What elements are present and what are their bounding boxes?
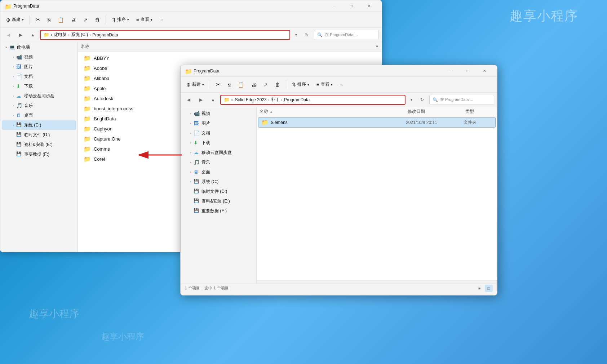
w1-col-header[interactable]: 名称 ▲ [78, 42, 382, 52]
title-bar-1: 📁 ProgramData ─ □ ✕ [0, 0, 382, 12]
close-btn-2[interactable]: ✕ [476, 65, 493, 77]
tree2-c[interactable]: › 💾 系统 (C:) [182, 177, 254, 186]
maximize-btn-1[interactable]: □ [344, 0, 360, 12]
view-btn-btn-2[interactable]: ≡ 查看 ▾ [314, 80, 336, 89]
address-bar-1: ◀ ▶ ▲ 📁 › 此电脑 › 系统 (C:) › ProgramData ▾ … [0, 28, 382, 42]
folder-abbyy[interactable]: 📁 ABBYY [78, 53, 382, 63]
tree2-desktop[interactable]: › 🖥 桌面 [182, 167, 254, 177]
tree-item-docs[interactable]: › 📄 文档 [2, 72, 76, 81]
back-btn-2[interactable]: ◀ [183, 95, 194, 105]
w1-sidebar: ▾ 💻 此电脑 › 📹 视频 › 🖼 图片 › 📄 文档 › ⬇ [0, 42, 78, 252]
tree-item-downloads[interactable]: › ⬇ 下载 [2, 81, 76, 91]
tree-item-desktop[interactable]: › 🖥 桌面 [2, 111, 76, 120]
minimize-btn-2[interactable]: ─ [442, 65, 458, 77]
tree-item-f[interactable]: 💾 重要数据 (F:) [2, 150, 76, 159]
detail-view-btn[interactable]: □ [485, 285, 493, 292]
sort-btn-2[interactable]: ⇅ 排序 ▾ [289, 80, 312, 89]
window2-title: ProgramData [194, 68, 442, 74]
tree2-music[interactable]: › 🎵 音乐 [182, 157, 254, 167]
watermark-bottom-center: 趣享小程序 [101, 331, 144, 342]
w2-file-list: 📁 Siemens 2021/10/9 20:11 文件夹 [257, 116, 497, 280]
col-type-2-header: 类型 [465, 108, 494, 115]
folder-icon-adobe: 📁 [84, 65, 91, 72]
paste-btn-1[interactable]: 📋 [55, 15, 67, 24]
col-date-2-header: 修改日期 [408, 108, 465, 115]
more-btn-1[interactable]: ··· [157, 16, 166, 24]
minimize-btn-1[interactable]: ─ [326, 0, 343, 12]
tree-item-pictures[interactable]: › 🖼 图片 [2, 62, 76, 71]
tree2-e[interactable]: 💾 资料&安装 (E:) [182, 196, 254, 206]
share-btn-1[interactable]: ↗ [80, 15, 90, 24]
folder-icon-siemens: 📁 [261, 119, 269, 126]
cut-btn-1[interactable]: ✂ [33, 15, 43, 25]
view-btn-1[interactable]: ≡ 查看 ▾ [133, 15, 155, 24]
new-btn-1[interactable]: ⊕ 新建 ▾ [3, 15, 27, 24]
window1-title: ProgramData [13, 4, 326, 9]
delete-btn-1[interactable]: 🗑 [92, 15, 103, 24]
back-btn-1[interactable]: ◀ [3, 30, 13, 40]
search-box-2[interactable]: 🔍 在 ProgramData ... [429, 95, 494, 105]
tree-item-music[interactable]: › 🎵 音乐 [2, 101, 76, 110]
cut-btn-2[interactable]: ✂ [213, 80, 223, 89]
rename-btn-1[interactable]: 🖨 [68, 15, 79, 24]
status-items-2: 1 个项目 [185, 286, 200, 290]
search-box-1[interactable]: 🔍 在 ProgramData ... [314, 30, 379, 40]
folder-icon-boost: 📁 [84, 105, 91, 112]
tree2-video[interactable]: › 📹 视频 [182, 109, 254, 118]
sort-btn-1[interactable]: ⇅ 排序 ▾ [109, 15, 132, 24]
breadcrumb-1[interactable]: 📁 › 此电脑 › 系统 (C:) › ProgramData [40, 30, 290, 40]
tree2-downloads[interactable]: › ⬇ 下载 [182, 138, 254, 147]
w2-col-header[interactable]: 名称 ▲ 修改日期 类型 [257, 107, 497, 116]
watermark-top: 趣享小程序 [510, 7, 578, 25]
scrollbar-bottom-2[interactable] [257, 280, 497, 284]
forward-btn-1[interactable]: ▶ [15, 30, 26, 40]
divider-1 [30, 15, 30, 24]
more-btn-2[interactable]: ··· [337, 81, 346, 89]
tree2-f[interactable]: 💾 重要数据 (F:) [182, 206, 254, 216]
col-name-header: 名称 [81, 44, 375, 50]
tree2-cloud[interactable]: › ☁ 移动云盘同步盘 [182, 148, 254, 157]
delete-btn-2[interactable]: 🗑 [272, 80, 283, 89]
file-siemens[interactable]: 📁 Siemens 2021/10/9 20:11 文件夹 [258, 117, 496, 128]
divider-2 [106, 15, 106, 24]
tree-item-video[interactable]: › 📹 视频 [2, 52, 76, 62]
tree2-pictures[interactable]: › 🖼 图片 [182, 119, 254, 128]
up-btn-2[interactable]: ▲ [208, 95, 218, 105]
maximize-btn-2[interactable]: □ [459, 65, 475, 77]
window2: 📁 ProgramData ─ □ ✕ ⊕ 新建 ▾ ✂ ⎘ 📋 🖨 ↗ 🗑 ⇅… [180, 65, 497, 296]
window2-icon: 📁 [185, 68, 191, 74]
divider-4 [286, 80, 286, 89]
refresh-btn-1[interactable]: ↻ [302, 30, 312, 40]
new-btn-2[interactable]: ⊕ 新建 ▾ [183, 80, 207, 89]
folder-icon-captureone: 📁 [84, 136, 91, 142]
copy-btn-2[interactable]: ⎘ [225, 80, 234, 89]
title-bar-2: 📁 ProgramData ─ □ ✕ [181, 65, 497, 77]
up-btn-1[interactable]: ▲ [28, 30, 38, 40]
tree2-docs[interactable]: › 📄 文档 [182, 128, 254, 138]
tree-item-c[interactable]: › 💾 系统 (C:) [2, 120, 76, 130]
refresh-btn-2[interactable]: ↻ [417, 95, 427, 105]
breadcrumb-2[interactable]: 📁 « Solid Edge 2023 › 补丁 › ProgramData [220, 95, 406, 105]
tree-item-e[interactable]: 💾 资料&安装 (E:) [2, 140, 76, 149]
new-icon-2: ⊕ [186, 82, 191, 88]
paste-btn-2[interactable]: 📋 [235, 80, 247, 89]
copy-btn-1[interactable]: ⎘ [45, 15, 53, 24]
tree-item-cloud[interactable]: › ☁ 移动云盘同步盘 [2, 91, 76, 101]
forward-btn-2[interactable]: ▶ [196, 95, 206, 105]
expand-btn-1[interactable]: ▾ [292, 30, 300, 40]
folder-icon-corel: 📁 [84, 156, 91, 163]
folder-icon-autodesk: 📁 [84, 95, 91, 102]
window1-icon: 📁 [5, 3, 10, 9]
close-btn-1[interactable]: ✕ [361, 0, 377, 12]
divider-3 [210, 80, 210, 89]
list-view-btn[interactable]: ≡ [475, 285, 483, 292]
tree2-d[interactable]: 💾 临时文件 (D:) [182, 187, 254, 196]
folder-icon-brightdata: 📁 [84, 115, 91, 122]
tree-item-d[interactable]: 💾 临时文件 (D:) [2, 130, 76, 139]
folder-icon-comms: 📁 [84, 146, 91, 152]
toolbar-2: ⊕ 新建 ▾ ✂ ⎘ 📋 🖨 ↗ 🗑 ⇅ 排序 ▾ ≡ 查看 ▾ ··· [181, 77, 497, 93]
share-btn-2[interactable]: ↗ [261, 80, 271, 89]
rename-btn-2[interactable]: 🖨 [248, 80, 259, 89]
expand-btn-2[interactable]: ▾ [408, 95, 415, 105]
tree-item-thispc[interactable]: ▾ 💻 此电脑 [2, 43, 76, 52]
